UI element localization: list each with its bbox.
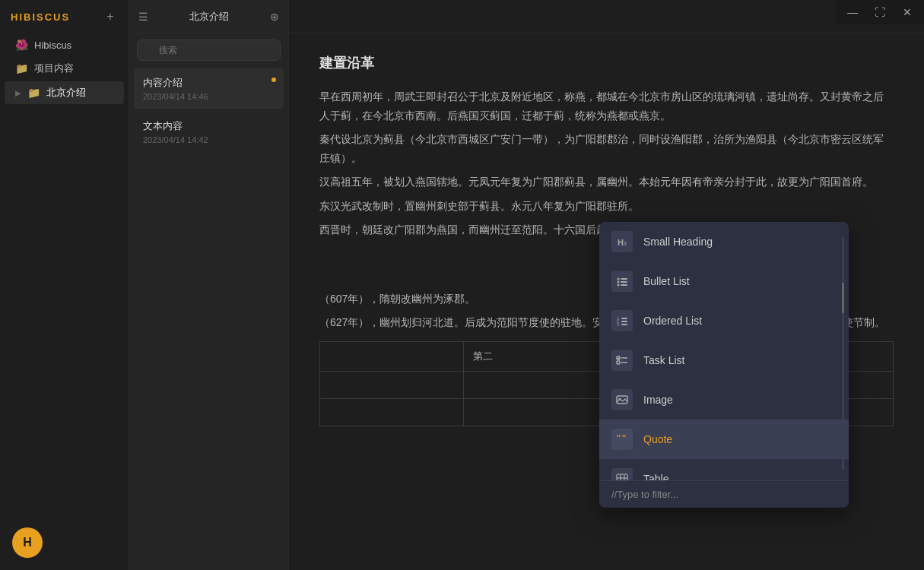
svg-point-2 (618, 278, 620, 280)
editor-body: 早在西周初年，周武王即封召公于北京及附近地区，称燕，都城在今北京市房山区的琉璃河… (319, 87, 894, 239)
svg-rect-13 (621, 324, 627, 325)
menu-item-label: Image (643, 394, 673, 406)
sidebar-item-label: Hibiscus (34, 40, 71, 51)
note-item-1[interactable]: 内容介绍 2023/04/14 14:46 (134, 68, 284, 109)
sidebar-item-label: 项目内容 (34, 62, 74, 75)
table-cell (320, 372, 464, 399)
menu-item-small-heading[interactable]: H 3 Small Heading (599, 222, 849, 261)
note-title: 内容介绍 (143, 76, 275, 90)
menu-item-label: Quote (643, 433, 672, 445)
panel-title: 北京介绍 (154, 10, 264, 24)
dropdown-menu: H 3 Small Heading (599, 222, 849, 508)
note-panel-header: ☰ 北京介绍 ⊕ (129, 0, 288, 33)
menu-item-bullet-list[interactable]: Bullet List (599, 261, 849, 301)
table-cell: 第二 (463, 342, 607, 372)
sidebar-item-beijing[interactable]: ▶ 📁 北京介绍 (5, 81, 124, 104)
editor-toolbar (289, 0, 924, 33)
menu-item-label: Ordered List (643, 315, 702, 327)
editor-title: 建置沿革 (319, 52, 894, 75)
sidebar-item-label: 北京介绍 (46, 86, 86, 100)
svg-text:H: H (618, 238, 624, 247)
menu-item-label: Task List (643, 354, 684, 366)
maximize-button[interactable]: ⛶ (872, 5, 887, 20)
sidebar-footer: H (0, 515, 129, 570)
folder-icon: 📁 (15, 62, 28, 74)
small-heading-icon: H 3 (611, 231, 633, 252)
svg-rect-15 (617, 361, 620, 364)
note-date: 2023/04/14 14:46 (143, 92, 275, 101)
avatar-letter: H (23, 536, 32, 549)
search-bar: 🔍 (129, 33, 288, 67)
task-list-icon (611, 350, 633, 371)
scrollbar-thumb (842, 283, 844, 313)
bullet-list-icon (611, 271, 633, 292)
svg-point-4 (618, 284, 620, 287)
menu-item-label: Bullet List (643, 275, 690, 287)
folder-icon: 📁 (27, 87, 40, 99)
table-cell (320, 342, 464, 372)
menu-item-task-list[interactable]: Task List (599, 340, 849, 380)
chevron-icon: ▶ (15, 89, 21, 97)
sidebar-header: HIBISCUS + (0, 0, 129, 33)
table-icon (611, 468, 633, 480)
menu-item-table[interactable]: Table (599, 459, 849, 480)
menu-item-image[interactable]: Image (599, 380, 849, 420)
panel-menu-icon[interactable]: ☰ (138, 11, 148, 23)
editor-area: — ⛶ ✕ 建置沿革 早在西周初年，周武王即封召公于北京及附近地区，称燕，都城在… (289, 0, 924, 570)
sidebar-add-button[interactable]: + (103, 9, 118, 24)
note-title: 文本内容 (143, 119, 275, 133)
svg-point-3 (618, 281, 620, 283)
scrollbar-track (842, 237, 844, 470)
image-icon (611, 389, 633, 410)
sidebar-item-hibiscus[interactable]: 🌺 Hibiscus (5, 34, 124, 55)
dropdown-scroll: H 3 Small Heading (599, 222, 849, 480)
menu-item-ordered-list[interactable]: 1. 2. 3. Ordered List (599, 301, 849, 340)
close-button[interactable]: ✕ (900, 5, 915, 20)
note-panel: ☰ 北京介绍 ⊕ 🔍 内容介绍 2023/04/14 14:46 文本内容 20… (129, 0, 289, 570)
svg-rect-22 (617, 474, 627, 480)
filter-hint-text: //Type to filter... (611, 489, 678, 500)
titlebar: — ⛶ ✕ (836, 0, 924, 24)
note-dot (271, 78, 276, 82)
svg-rect-12 (621, 321, 627, 322)
minimize-button[interactable]: — (845, 5, 860, 20)
filter-hint: //Type to filter... (599, 480, 849, 508)
search-input[interactable] (137, 40, 281, 61)
paragraph-1: 早在西周初年，周武王即封召公于北京及附近地区，称燕，都城在今北京市房山区的琉璃河… (319, 87, 894, 125)
sidebar-item-project[interactable]: 📁 项目内容 (5, 57, 124, 80)
note-item-2[interactable]: 文本内容 2023/04/14 14:42 (134, 112, 284, 152)
search-wrap: 🔍 (137, 40, 281, 61)
avatar[interactable]: H (12, 527, 43, 558)
table-cell (320, 399, 464, 426)
app-layout: HIBISCUS + 🌺 Hibiscus 📁 项目内容 ▶ 📁 北京介绍 H … (0, 0, 924, 570)
table-cell (463, 399, 607, 426)
hibiscus-icon: 🌺 (15, 39, 28, 51)
quote-icon: " " (611, 429, 633, 450)
svg-rect-5 (621, 278, 627, 280)
note-date: 2023/04/14 14:42 (143, 135, 275, 144)
menu-item-quote[interactable]: " " Quote (599, 420, 849, 459)
ordered-list-icon: 1. 2. 3. (611, 310, 633, 331)
menu-item-label: Small Heading (643, 236, 713, 248)
svg-text:3: 3 (624, 241, 627, 246)
menu-item-label: Table (643, 473, 668, 480)
app-logo: HIBISCUS (11, 11, 70, 23)
svg-rect-7 (621, 284, 627, 286)
paragraph-3: 汉高祖五年，被划入燕国辖地。元凤元年复为广阳郡蓟县，属幽州。本始元年因有帝亲分封… (319, 173, 894, 192)
svg-rect-6 (621, 281, 627, 283)
paragraph-4: 东汉光武改制时，置幽州刺史部于蓟县。永元八年复为广阳郡驻所。 (319, 197, 894, 216)
svg-text:": " (622, 433, 626, 445)
table-cell (463, 372, 607, 399)
sidebar: HIBISCUS + 🌺 Hibiscus 📁 项目内容 ▶ 📁 北京介绍 H (0, 0, 129, 570)
svg-text:": " (617, 433, 621, 445)
paragraph-2: 秦代设北京为蓟县（今北京市西城区广安门一带），为广阳郡郡治，同时设渔阳郡，治所为… (319, 130, 894, 168)
svg-rect-11 (621, 318, 627, 319)
panel-add-icon[interactable]: ⊕ (270, 11, 279, 23)
svg-text:3.: 3. (617, 322, 620, 327)
